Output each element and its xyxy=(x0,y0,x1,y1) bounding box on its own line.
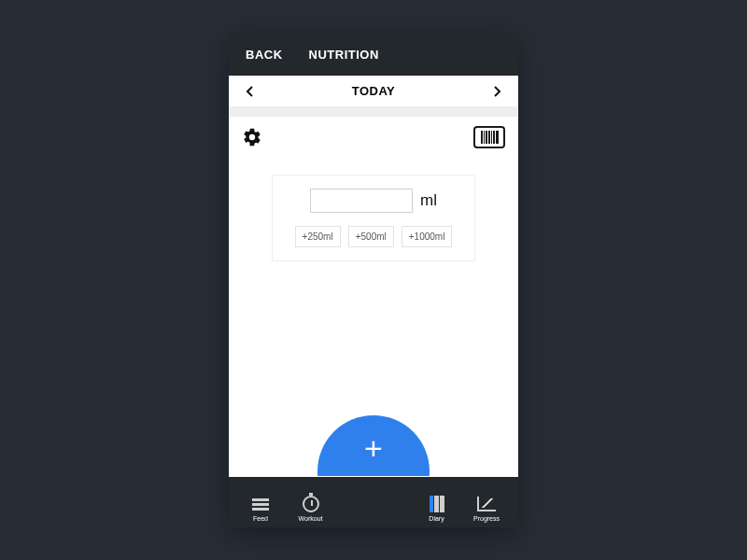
tab-bar: Feed Workout Diary Progress xyxy=(229,477,518,527)
chevron-right-icon[interactable] xyxy=(488,83,505,100)
sub-bar xyxy=(229,107,518,117)
top-bar: BACK NUTRITION xyxy=(229,33,518,76)
preset-row: +250ml +500ml +1000ml xyxy=(295,226,453,247)
tab-diary[interactable]: Diary xyxy=(413,496,461,522)
plus-icon: + xyxy=(364,432,383,464)
preset-500-button[interactable]: +500ml xyxy=(348,226,394,247)
tab-label: Diary xyxy=(429,515,444,522)
date-label: TODAY xyxy=(352,84,396,98)
toolbar xyxy=(229,117,518,158)
diary-icon xyxy=(428,496,446,512)
date-bar: TODAY xyxy=(229,76,518,107)
workout-icon xyxy=(302,496,320,512)
back-button[interactable]: BACK xyxy=(246,48,283,62)
water-unit-label: ml xyxy=(420,191,437,210)
tab-progress[interactable]: Progress xyxy=(462,496,511,522)
water-card: ml +250ml +500ml +1000ml xyxy=(272,175,475,261)
tab-label: Progress xyxy=(473,515,500,522)
gear-icon[interactable] xyxy=(242,127,262,147)
feed-icon xyxy=(251,496,270,512)
barcode-icon[interactable] xyxy=(473,126,505,148)
water-amount-input[interactable] xyxy=(310,189,413,213)
tab-label: Feed xyxy=(253,515,268,522)
tab-workout[interactable]: Workout xyxy=(287,496,335,522)
progress-icon xyxy=(477,496,496,512)
tab-feed[interactable]: Feed xyxy=(236,496,285,522)
tab-label: Workout xyxy=(299,515,323,522)
preset-250-button[interactable]: +250ml xyxy=(295,226,341,247)
water-input-row: ml xyxy=(310,189,437,213)
screen-title: NUTRITION xyxy=(309,48,379,62)
app-frame: BACK NUTRITION TODAY ml +250ml xyxy=(229,33,518,527)
preset-1000-button[interactable]: +1000ml xyxy=(402,226,453,247)
chevron-left-icon[interactable] xyxy=(242,83,259,100)
